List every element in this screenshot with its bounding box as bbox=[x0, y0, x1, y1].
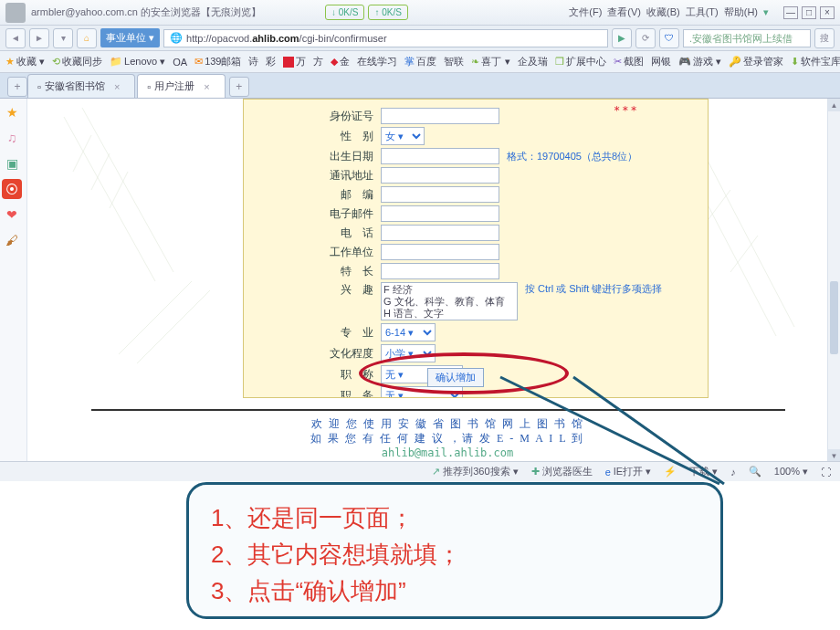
search-input[interactable]: .安徽省图书馆网上续借 bbox=[683, 29, 811, 47]
jietu-link[interactable]: ✂截图 bbox=[614, 55, 644, 68]
input-id[interactable] bbox=[381, 108, 499, 124]
input-specialty[interactable] bbox=[381, 263, 499, 279]
tab-register[interactable]: ▫用户注册× bbox=[137, 74, 225, 98]
scroll-down-button[interactable]: ▼ bbox=[828, 449, 840, 462]
mail-link[interactable]: ✉139邮箱 bbox=[194, 55, 241, 68]
input-birth[interactable] bbox=[381, 148, 499, 164]
close-button[interactable]: × bbox=[820, 6, 835, 19]
add-tab-button[interactable]: + bbox=[229, 77, 249, 97]
select-edu[interactable]: 小学 ▾ bbox=[381, 344, 436, 362]
forward-button[interactable]: ► bbox=[29, 28, 49, 48]
ie-link[interactable]: eIE打开 ▾ bbox=[605, 465, 652, 478]
zhilian-link[interactable]: 智联 bbox=[444, 55, 464, 68]
shield-icon[interactable]: 🛡 bbox=[659, 28, 679, 48]
tab-library[interactable]: ▫安徽省图书馆× bbox=[27, 74, 135, 98]
mail-icon: ✉ bbox=[194, 56, 203, 68]
label-work: 工作单位 bbox=[244, 245, 381, 260]
weibo-side-icon[interactable]: ⦿ bbox=[2, 179, 22, 199]
sound-icon[interactable]: ♪ bbox=[730, 467, 736, 478]
input-phone[interactable] bbox=[381, 225, 499, 241]
select-gender[interactable]: 女 ▾ bbox=[381, 127, 425, 145]
callout-line1: 1、还是同一页面； bbox=[211, 499, 698, 536]
fang-link[interactable]: 方 bbox=[313, 55, 323, 68]
dropdown-button[interactable]: ▾ bbox=[53, 28, 73, 48]
url-input[interactable]: 🌐 http://opacvod.ahlib.com/cgi-bin/confi… bbox=[163, 29, 608, 47]
zoom-level[interactable]: 100% ▾ bbox=[774, 466, 808, 478]
status-bar: ↗推荐到360搜索 ▾ ✚浏览器医生 eIE打开 ▾ ⚡ 下载 ▾ ♪ 🔍 10… bbox=[0, 461, 840, 481]
scroll-up-button[interactable]: ▲ bbox=[828, 99, 840, 111]
music-side-icon[interactable]: ♫ bbox=[2, 128, 22, 148]
star-icon: ★ bbox=[5, 56, 15, 68]
speed-indicator: ↓ 0K/S ↑ 0K/S bbox=[325, 5, 408, 20]
lenovo-folder[interactable]: 📁Lenovo ▾ bbox=[110, 56, 165, 68]
menu-file[interactable]: 文件(F) bbox=[569, 5, 602, 19]
cai-link[interactable]: 彩 bbox=[266, 55, 276, 68]
menu-tool[interactable]: 工具(T) bbox=[686, 5, 719, 19]
new-tab-button[interactable]: + bbox=[7, 77, 27, 97]
shi-link[interactable]: 诗 bbox=[248, 55, 258, 68]
input-work[interactable] bbox=[381, 244, 499, 260]
address-bar: ◄ ► ▾ ⌂ 事业单位 ▾ 🌐 http://opacvod.ahlib.co… bbox=[0, 26, 840, 51]
heart-side-icon[interactable]: ❤ bbox=[2, 205, 22, 225]
doctor-link[interactable]: ✚浏览器医生 bbox=[531, 465, 593, 478]
share-icon: ↗ bbox=[432, 466, 440, 478]
label-duty: 职 务 bbox=[244, 388, 381, 399]
wangyin-link[interactable]: 网银 bbox=[651, 55, 671, 68]
baoku-link[interactable]: ⬇软件宝库 bbox=[791, 55, 840, 68]
sync-link[interactable]: ⟲收藏同步 bbox=[52, 55, 102, 68]
xiding-link[interactable]: ❧喜丁 ▾ bbox=[471, 55, 509, 68]
scroll-thumb[interactable] bbox=[830, 281, 838, 354]
recommend-link[interactable]: ↗推荐到360搜索 ▾ bbox=[432, 465, 518, 478]
menu-view[interactable]: 查看(V) bbox=[607, 5, 641, 19]
game-side-icon[interactable]: ▣ bbox=[2, 153, 22, 173]
zoom-out-button[interactable]: 🔍 bbox=[749, 466, 761, 478]
select-major[interactable]: 6-14 ▾ bbox=[381, 323, 436, 341]
listbox-interest[interactable]: F 经济 G 文化、科学、教育、体育 H 语言、文字 bbox=[381, 282, 518, 320]
fav-menu[interactable]: ★收藏 ▾ bbox=[5, 55, 45, 68]
vertical-scrollbar[interactable]: ▲ ▼ bbox=[827, 99, 840, 462]
page-icon: ▫ bbox=[147, 81, 151, 92]
site-category-label[interactable]: 事业单位 ▾ bbox=[100, 28, 160, 47]
registration-form: *** 身份证号 性 别女 ▾ 出生日期格式：19700405（总共8位） 通讯… bbox=[243, 99, 709, 398]
menu-help[interactable]: 帮助(H) bbox=[724, 5, 758, 19]
back-button[interactable]: ◄ bbox=[5, 28, 26, 48]
study-link[interactable]: 在线学习 bbox=[357, 55, 397, 68]
wan-icon bbox=[283, 57, 294, 68]
doctor-icon: ✚ bbox=[531, 466, 540, 478]
label-email: 电子邮件 bbox=[244, 206, 381, 222]
close-tab-icon[interactable]: × bbox=[114, 81, 120, 92]
menu-dropdown-icon[interactable]: ▾ bbox=[763, 6, 769, 18]
speed-up: ↑ 0K/S bbox=[368, 5, 407, 20]
denglu-link[interactable]: 🔑登录管家 bbox=[729, 55, 783, 68]
baidu-link[interactable]: 掌百度 bbox=[404, 55, 436, 68]
instruction-callout: 1、还是同一页面； 2、其它内容想填就填； 3、点击“确认增加” bbox=[186, 482, 723, 619]
maximize-button[interactable]: □ bbox=[802, 6, 816, 19]
scissors-icon: ✂ bbox=[614, 56, 622, 68]
close-tab-icon[interactable]: × bbox=[204, 81, 209, 92]
wan-link[interactable]: 万 bbox=[283, 55, 306, 68]
search-button[interactable]: 搜 bbox=[814, 28, 835, 48]
flash-icon[interactable]: ⚡ bbox=[664, 466, 677, 478]
minimize-button[interactable]: — bbox=[783, 6, 798, 19]
download-link[interactable]: 下载 ▾ bbox=[689, 465, 718, 478]
menu-fav[interactable]: 收藏(B) bbox=[646, 5, 680, 19]
home-button[interactable]: ⌂ bbox=[77, 28, 97, 48]
jin-link[interactable]: ◆金 bbox=[331, 55, 350, 68]
brush-side-icon[interactable]: 🖌 bbox=[2, 230, 22, 250]
oa-link[interactable]: OA bbox=[173, 57, 187, 68]
footer-line1: 欢 迎 您 使 用 安 徽 省 图 书 馆 网 上 图 书 馆 bbox=[256, 416, 639, 431]
qiji-link[interactable]: 企及瑞 bbox=[518, 55, 548, 68]
input-address[interactable] bbox=[381, 167, 499, 184]
input-email[interactable] bbox=[381, 205, 499, 222]
refresh-button[interactable]: ⟳ bbox=[635, 28, 656, 48]
footer-email[interactable]: ahlib@mail.ahlib.com bbox=[256, 446, 639, 460]
select-duty[interactable]: 无 ▾ bbox=[381, 386, 463, 398]
avatar-icon bbox=[5, 3, 26, 23]
star-side-icon[interactable]: ★ bbox=[2, 102, 22, 122]
fullscreen-button[interactable]: ⛶ bbox=[821, 467, 831, 478]
input-zip[interactable] bbox=[381, 186, 499, 203]
kuozhan-link[interactable]: ❒扩展中心 bbox=[555, 55, 606, 68]
go-button[interactable]: ▶ bbox=[612, 28, 632, 48]
youxi-link[interactable]: 🎮游戏 ▾ bbox=[678, 55, 721, 68]
submit-button[interactable]: 确认增加 bbox=[427, 368, 484, 387]
